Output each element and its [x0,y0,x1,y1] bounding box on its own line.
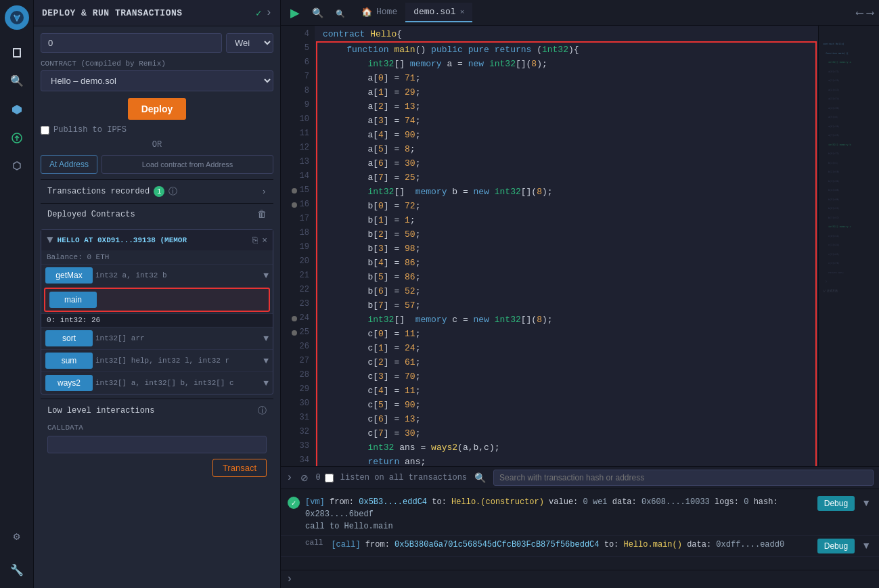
zoom-out-button[interactable]: 🔍 [332,5,349,21]
sort-button[interactable]: sort [45,330,93,346]
sum-button[interactable]: sum [45,353,93,369]
load-contract-button[interactable]: Load contract from Address [102,155,273,174]
arrow-right-icon[interactable]: ⟶ [867,6,874,20]
gutter-4: 4 [286,27,309,41]
sort-expand-icon[interactable]: ▼ [263,334,269,344]
fn-row-getmax: getMax int32 a, int32 b ▼ [41,264,273,286]
bottom-toolbar: › ⊘ 0 listen on all transactions 🔍 [281,467,879,489]
log-entries: ✓ [vm] from: 0x5B3....eddC4 to: Hello.(c… [281,489,879,570]
at-address-row: At Address Load contract from Address [41,155,273,174]
gutter-30: 30 [286,397,309,411]
tab-close-icon[interactable]: × [460,8,465,16]
code-area: 4 5 6 7 8 9 10 11 12 13 14 15 16 17 18 1… [281,26,879,466]
main-button[interactable]: main [49,292,97,308]
arrow-left-icon[interactable]: ⟵ [857,6,863,20]
check-icon: ✓ [256,7,261,19]
zoom-in-button[interactable]: 🔍 [308,5,328,21]
ways2-expand-icon[interactable]: ▼ [263,378,269,388]
bottom-expand-arrow[interactable]: › [286,573,293,585]
code-line-32: c[7] = 30; [317,426,815,440]
gutter-24: 24 [286,311,309,325]
contract-instance-header: ▼ HELLO AT 0XD91...39138 (MEMOR ⎘ × [41,230,273,250]
nav-icon-solidity[interactable] [5,97,29,122]
code-line-29: c[4] = 11; [317,384,815,398]
log-expand-icon-1[interactable]: ▼ [860,496,872,510]
svg-rect-3 [13,48,14,58]
stop-icon[interactable]: ⊘ [297,471,312,484]
publish-checkbox[interactable] [41,126,49,135]
highlighted-code-block: function main() public pure returns (int… [316,41,817,466]
close-contract-icon[interactable]: × [262,235,267,246]
log-expand-icon-2[interactable]: ▼ [860,539,872,552]
sum-expand-icon[interactable]: ▼ [263,356,269,366]
copy-icon[interactable]: ⎘ [252,235,258,246]
nav-icon-plugins[interactable] [5,154,29,179]
bottom-panel: › ⊘ 0 listen on all transactions 🔍 ✓ [vm… [281,466,879,588]
contract-select[interactable]: Hello – demo.sol [41,70,273,91]
code-gutter: 4 5 6 7 8 9 10 11 12 13 14 15 16 17 18 1… [281,26,315,466]
listen-label: listen on all transactions [340,473,467,482]
listen-checkbox[interactable] [325,474,334,482]
getmax-expand-icon[interactable]: ▼ [263,271,269,281]
wei-unit-select[interactable]: Wei Gwei Ether [226,33,273,53]
gutter-7: 7 [286,70,309,84]
debug-button-1[interactable]: Debug [817,496,855,511]
fn-row-sum: sum int32[] help, int32 l, int32 r ▼ [41,349,273,371]
transactions-label: Transactions recorded [47,187,150,196]
code-line-28: c[3] = 70; [317,369,815,384]
gutter-31: 31 [286,411,309,425]
code-line-34: return ans; [317,455,815,466]
low-level-header: Low level interactions ⓘ [41,399,273,422]
nav-icon-deploy[interactable] [5,126,29,150]
ways2-button[interactable]: ways2 [45,375,93,391]
at-address-button[interactable]: At Address [41,155,97,174]
wei-row: Wei Gwei Ether [41,33,273,53]
search-icon[interactable]: 🔍 [471,471,489,484]
code-body[interactable]: contract Hello{ function main() public p… [315,26,818,466]
contract-expand-icon[interactable]: ▼ [47,234,53,246]
tx-count: 0 [316,473,321,482]
nav-icon-files[interactable] [5,41,29,65]
deployed-contracts-header: Deployed Contracts 🗑 [41,203,273,225]
sidebar-header: DEPLOY & RUN TRANSACTIONS ✓ › [34,0,280,26]
fn-row-ways2: ways2 int32[] a, int32[] b, int32[] c ▼ [41,371,273,394]
debug-button-2[interactable]: Debug [817,539,855,553]
svg-point-1 [15,16,19,20]
info-low-level-icon[interactable]: ⓘ [258,405,267,417]
search-input[interactable] [493,470,874,486]
getmax-button[interactable]: getMax [45,267,93,284]
gutter-10: 10 [286,112,309,127]
gutter-27: 27 [286,354,309,368]
contract-instance-name: HELLO AT 0XD91...39138 (MEMOR [58,236,249,244]
transactions-expand-icon[interactable]: › [261,187,267,197]
deployed-contracts-title: Deployed Contracts [47,210,135,219]
fn-row-main: main [44,288,270,312]
gutter-22: 22 [286,283,309,297]
info-icon[interactable]: ⓘ [168,185,177,198]
code-line-14: a[7] = 25; [317,171,815,185]
code-line-7: a[0] = 71; [317,71,815,85]
expand-arrow-icon[interactable]: › [286,472,293,484]
home-tab[interactable]: 🏠 Home [353,3,405,23]
transact-button[interactable]: Transact [212,459,267,477]
call-label: call [305,539,323,547]
wei-input[interactable] [41,33,222,53]
gutter-29: 29 [286,382,309,397]
transactions-badge: 1 [154,186,164,197]
gutter-15: 15 [286,183,309,198]
calldata-label: CALLDATA [41,422,273,433]
code-line-12: a[5] = 8; [317,142,815,156]
fn-row-sort: sort int32[] arr ▼ [41,327,273,349]
demo-tab[interactable]: demo.sol × [405,3,472,22]
play-button[interactable]: ▶ [286,3,304,23]
calldata-input[interactable] [47,436,267,453]
deploy-button[interactable]: Deploy [128,98,187,120]
chevron-right-icon[interactable]: › [265,7,272,19]
nav-icon-settings[interactable]: ⚙ [5,524,29,549]
nav-icon-tools[interactable]: 🔧 [5,558,29,583]
contract-balance: Balance: 0 ETH [41,250,273,264]
nav-icon-search[interactable]: 🔍 [5,69,29,93]
gutter-25: 25 [286,325,309,340]
trash-icon[interactable]: 🗑 [257,209,267,220]
svg-rect-7 [20,48,21,51]
